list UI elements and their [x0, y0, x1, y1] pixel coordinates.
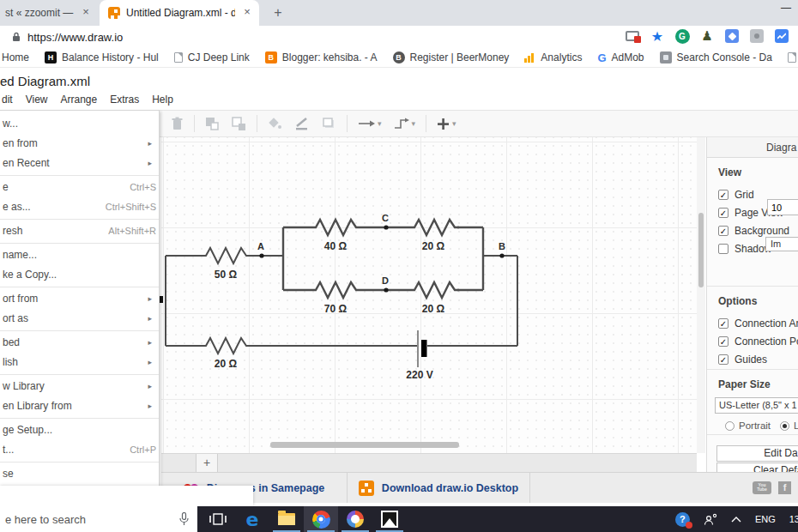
- fill-color-icon[interactable]: [268, 117, 282, 130]
- resistor-20-bottom[interactable]: [410, 282, 459, 298]
- bookmark-beermoney[interactable]: BRegister | BeerMoney: [393, 51, 510, 63]
- browser-tab-drawio[interactable]: Untitled Diagram.xml - draw.io ×: [100, 0, 259, 26]
- menu-item-save[interactable]: eCtrl+S: [0, 178, 159, 197]
- horizontal-scrollbar-thumb[interactable]: [270, 442, 459, 448]
- chrome-taskbar-icon[interactable]: [304, 506, 338, 532]
- resistor-20-top[interactable]: [410, 220, 459, 235]
- shadow-checkbox[interactable]: [718, 244, 728, 254]
- bookmark-search-console[interactable]: Search Console - Da: [660, 51, 772, 63]
- paint-app-taskbar-icon[interactable]: [338, 506, 372, 532]
- vertical-scrollbar[interactable]: [697, 137, 705, 453]
- menu-item-export-as[interactable]: ort as▸: [0, 309, 159, 329]
- cast-error-icon[interactable]: [625, 28, 640, 44]
- label-node-b: B: [499, 241, 505, 251]
- bookmark-balance-history[interactable]: HBalance History - Hul: [45, 51, 159, 63]
- photos-app-taskbar-icon[interactable]: [372, 506, 407, 532]
- menu-arrange[interactable]: Arrange: [60, 94, 97, 106]
- document-title[interactable]: ed Diagram.xml: [0, 74, 90, 88]
- gray-extension-icon[interactable]: [749, 28, 765, 44]
- menu-item-page-setup[interactable]: ge Setup...: [0, 420, 159, 440]
- menu-extras[interactable]: Extras: [110, 94, 139, 106]
- facebook-icon[interactable]: f: [778, 481, 791, 494]
- menu-item-rename[interactable]: name...: [0, 245, 159, 265]
- to-back-icon[interactable]: [232, 117, 246, 130]
- tab-diagram[interactable]: Diagra: [707, 137, 798, 158]
- chart-extension-icon[interactable]: [774, 28, 789, 44]
- connection-points-checkbox[interactable]: ✓: [718, 336, 728, 347]
- insert-icon[interactable]: ▾: [437, 118, 456, 130]
- url-text[interactable]: https://www.draw.io: [27, 31, 123, 44]
- circuit-diagram[interactable]: 50 Ω 40 Ω 20 Ω 70 Ω 20 Ω 20 Ω 220 V A B …: [161, 137, 693, 420]
- page-view-checkbox[interactable]: ✓: [718, 208, 728, 218]
- portrait-radio[interactable]: [725, 421, 735, 431]
- menu-item-import-from[interactable]: ort from▸: [0, 289, 159, 309]
- bookmark-home[interactable]: Home: [2, 51, 29, 63]
- show-hidden-icons-chevron[interactable]: [731, 517, 741, 523]
- resistor-70[interactable]: [311, 282, 360, 298]
- file-explorer-taskbar-icon[interactable]: [269, 506, 304, 532]
- download-desktop-link[interactable]: Download draw.io Desktop: [348, 473, 530, 503]
- menu-item-open-library-from[interactable]: en Library from▸: [0, 396, 159, 416]
- google-g-favicon: G: [597, 51, 606, 64]
- people-icon[interactable]: [704, 513, 717, 526]
- guides-checkbox[interactable]: ✓: [718, 354, 728, 365]
- background-checkbox[interactable]: ✓: [718, 226, 728, 236]
- bookmark-admob[interactable]: GAdMob: [597, 51, 644, 64]
- grammarly-extension-icon[interactable]: G: [674, 28, 690, 44]
- help-notification-icon[interactable]: ?: [675, 512, 690, 527]
- resistor-50[interactable]: [202, 248, 251, 263]
- menu-item-open-from[interactable]: en from▸: [0, 134, 159, 154]
- task-view-button[interactable]: [201, 506, 235, 532]
- tag-extension-icon[interactable]: [724, 28, 740, 44]
- menu-edit[interactable]: dit: [2, 94, 13, 106]
- bookmark-analytics[interactable]: Analytics: [524, 51, 582, 63]
- chess-extension-icon[interactable]: ♟: [699, 28, 715, 44]
- line-color-icon[interactable]: [294, 117, 310, 130]
- menu-item-print[interactable]: t...Ctrl+P: [0, 440, 159, 460]
- tab-close-icon[interactable]: ×: [79, 6, 93, 20]
- new-tab-button[interactable]: +: [268, 3, 288, 24]
- language-indicator[interactable]: ENG: [755, 514, 776, 524]
- bookmark-adwords[interactable]: AdWords: [788, 51, 798, 63]
- connection-arrows-checkbox[interactable]: ✓: [718, 318, 728, 329]
- delete-icon[interactable]: [171, 117, 184, 130]
- menu-item-publish[interactable]: lish▸: [0, 353, 159, 372]
- menu-item-embed[interactable]: bed▸: [0, 333, 159, 353]
- menu-view[interactable]: View: [26, 94, 48, 106]
- browser-tab-word[interactable]: st « zzoomit — Word ×: [0, 0, 98, 26]
- menu-item-open-recent[interactable]: en Recent▸: [0, 154, 159, 173]
- address-bar[interactable]: https://www.draw.io ★ G ♟: [0, 26, 798, 48]
- bookmark-blogger[interactable]: BBlogger: kehsiba. - A: [265, 51, 378, 63]
- youtube-icon[interactable]: YouTube: [753, 481, 771, 494]
- landscape-radio[interactable]: [780, 421, 789, 431]
- menu-item-new[interactable]: w...: [0, 114, 159, 134]
- edge-taskbar-icon[interactable]: e: [235, 506, 269, 532]
- background-image-button[interactable]: Im: [765, 237, 798, 251]
- grid-size-input[interactable]: [767, 199, 798, 215]
- vertical-scrollbar-thumb[interactable]: [698, 213, 704, 287]
- bookmark-cj-deep-link[interactable]: CJ Deep Link: [174, 51, 250, 63]
- clock[interactable]: 13: [789, 514, 798, 524]
- menu-item-close[interactable]: se: [0, 464, 159, 484]
- window-minimize-button[interactable]: —: [776, 2, 796, 14]
- menu-item-new-library[interactable]: w Library▸: [0, 377, 159, 396]
- add-page-button[interactable]: +: [196, 454, 218, 473]
- edit-data-button[interactable]: Edit Da: [716, 445, 798, 462]
- resistor-40[interactable]: [311, 220, 360, 235]
- resistor-20-wire[interactable]: [202, 338, 251, 354]
- shadow-icon[interactable]: [322, 117, 336, 130]
- bookmark-star-icon[interactable]: ★: [650, 28, 665, 44]
- grid-checkbox[interactable]: ✓: [718, 190, 728, 200]
- waypoint-style-icon[interactable]: ▾: [394, 118, 416, 130]
- battery-short-plate[interactable]: [421, 340, 427, 357]
- menu-item-refresh[interactable]: reshAlt+Shift+R: [0, 221, 159, 241]
- to-front-icon[interactable]: [205, 117, 220, 130]
- menu-help[interactable]: Help: [152, 94, 173, 106]
- microphone-icon[interactable]: [179, 512, 189, 526]
- menu-item-save-as[interactable]: e as...Ctrl+Shift+S: [0, 197, 159, 217]
- menu-item-make-a-copy[interactable]: ke a Copy...: [0, 265, 159, 285]
- paper-size-select[interactable]: US-Letter (8,5" x 1: [715, 397, 798, 414]
- connection-style-icon[interactable]: ▾: [358, 118, 382, 129]
- taskbar-search-box[interactable]: e here to search: [0, 506, 197, 532]
- tab-close-icon[interactable]: ×: [240, 6, 254, 20]
